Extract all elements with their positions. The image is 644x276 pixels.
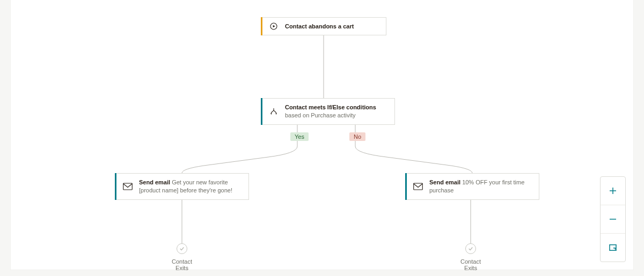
svg-marker-8 [275,113,277,115]
trigger-node[interactable]: Contact abandons a cart [261,17,386,35]
svg-marker-6 [273,25,275,28]
branch-no-label: No [349,132,365,141]
journey-canvas[interactable]: Contact abandons a cart Contact meets If… [11,0,633,270]
check-circle-icon [177,243,187,254]
trigger-label: Contact abandons a cart [285,23,354,31]
zoom-fit-button[interactable] [601,234,625,262]
split-icon [267,107,281,116]
svg-marker-7 [270,113,272,115]
branch-yes-label: Yes [290,132,309,141]
trigger-accent [261,17,262,35]
email-left-accent [115,173,116,200]
exit-left-label: Contact Exits [166,258,198,271]
zoom-in-button[interactable] [601,177,625,205]
play-circle-icon [267,22,281,31]
ifelse-accent [261,98,262,125]
exit-left: Contact Exits [166,243,198,271]
exit-right-label: Contact Exits [455,258,487,271]
svg-rect-10 [414,183,423,190]
send-email-right-node[interactable]: Send email 10% OFF your first time purch… [405,173,539,200]
zoom-controls [600,176,626,262]
exit-right: Contact Exits [455,243,487,271]
email-right-label: Send email 10% OFF your first time purch… [429,178,532,195]
ifelse-node[interactable]: Contact meets If/Else conditions based o… [261,98,395,125]
zoom-out-button[interactable] [601,205,625,233]
mail-icon [121,183,135,190]
email-left-label: Send email Get your new favorite [produc… [139,178,242,195]
svg-rect-9 [123,183,133,190]
ifelse-label: Contact meets If/Else conditions based o… [285,103,388,120]
mail-icon [411,183,425,190]
connectors [11,0,633,270]
check-circle-icon [465,243,476,254]
email-right-accent [405,173,407,200]
send-email-left-node[interactable]: Send email Get your new favorite [produc… [115,173,249,200]
